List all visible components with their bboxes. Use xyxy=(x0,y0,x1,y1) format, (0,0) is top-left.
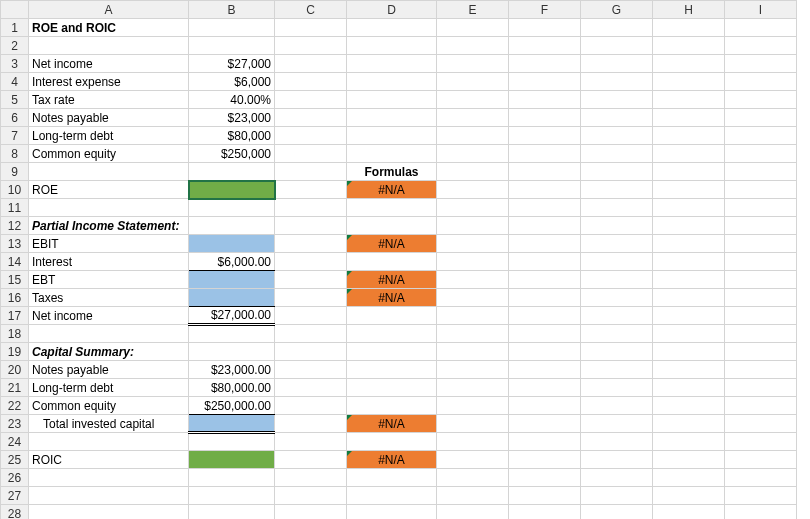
row-18: 18 xyxy=(1,325,797,343)
cell-A25[interactable]: ROIC xyxy=(29,451,189,469)
row-header-5[interactable]: 5 xyxy=(1,91,29,109)
cell-D13[interactable]: #N/A xyxy=(347,235,437,253)
cell-A19[interactable]: Capital Summary: xyxy=(29,343,189,361)
row-header-7[interactable]: 7 xyxy=(1,127,29,145)
cell-B15[interactable] xyxy=(189,271,275,289)
row-header-8[interactable]: 8 xyxy=(1,145,29,163)
row-13: 13 EBIT #N/A xyxy=(1,235,797,253)
cell-A6[interactable]: Notes payable xyxy=(29,109,189,127)
cell-D23[interactable]: #N/A xyxy=(347,415,437,433)
row-14: 14 Interest $6,000.00 xyxy=(1,253,797,271)
row-header-10[interactable]: 10 xyxy=(1,181,29,199)
cell-A3[interactable]: Net income xyxy=(29,55,189,73)
row-15: 15 EBT #N/A xyxy=(1,271,797,289)
cell-B10-active[interactable] xyxy=(189,181,275,199)
row-header-14[interactable]: 14 xyxy=(1,253,29,271)
row-28: 28 xyxy=(1,505,797,520)
row-header-16[interactable]: 16 xyxy=(1,289,29,307)
row-header-19[interactable]: 19 xyxy=(1,343,29,361)
cell-D9[interactable]: Formulas xyxy=(347,163,437,181)
row-header-3[interactable]: 3 xyxy=(1,55,29,73)
row-header-18[interactable]: 18 xyxy=(1,325,29,343)
cell-A12[interactable]: Partial Income Statement: xyxy=(29,217,189,235)
row-10: 10 ROE #N/A xyxy=(1,181,797,199)
cell-B7[interactable]: $80,000 xyxy=(189,127,275,145)
row-header-25[interactable]: 25 xyxy=(1,451,29,469)
cell-B14[interactable]: $6,000.00 xyxy=(189,253,275,271)
row-header-27[interactable]: 27 xyxy=(1,487,29,505)
row-header-15[interactable]: 15 xyxy=(1,271,29,289)
row-header-1[interactable]: 1 xyxy=(1,19,29,37)
row-25: 25 ROIC #N/A xyxy=(1,451,797,469)
cell-B6[interactable]: $23,000 xyxy=(189,109,275,127)
col-header-H[interactable]: H xyxy=(653,1,725,19)
cell-D15[interactable]: #N/A xyxy=(347,271,437,289)
row-2: 2 xyxy=(1,37,797,55)
cell-B16[interactable] xyxy=(189,289,275,307)
cell-B20[interactable]: $23,000.00 xyxy=(189,361,275,379)
cell-A21[interactable]: Long-term debt xyxy=(29,379,189,397)
cell-A16[interactable]: Taxes xyxy=(29,289,189,307)
cell-A1[interactable]: ROE and ROIC xyxy=(29,19,189,37)
row-header-17[interactable]: 17 xyxy=(1,307,29,325)
row-header-20[interactable]: 20 xyxy=(1,361,29,379)
row-header-28[interactable]: 28 xyxy=(1,505,29,520)
cell-B4[interactable]: $6,000 xyxy=(189,73,275,91)
cell-B23[interactable] xyxy=(189,415,275,433)
cell-A10[interactable]: ROE xyxy=(29,181,189,199)
col-header-I[interactable]: I xyxy=(725,1,797,19)
row-header-11[interactable]: 11 xyxy=(1,199,29,217)
cell-A4[interactable]: Interest expense xyxy=(29,73,189,91)
cell-A15[interactable]: EBT xyxy=(29,271,189,289)
row-header-6[interactable]: 6 xyxy=(1,109,29,127)
row-3: 3 Net income $27,000 xyxy=(1,55,797,73)
row-header-2[interactable]: 2 xyxy=(1,37,29,55)
col-header-D[interactable]: D xyxy=(347,1,437,19)
cell-D25[interactable]: #N/A xyxy=(347,451,437,469)
row-16: 16 Taxes #N/A xyxy=(1,289,797,307)
row-header-26[interactable]: 26 xyxy=(1,469,29,487)
cell-D16[interactable]: #N/A xyxy=(347,289,437,307)
cell-B17[interactable]: $27,000.00 xyxy=(189,307,275,325)
row-24: 24 xyxy=(1,433,797,451)
row-header-9[interactable]: 9 xyxy=(1,163,29,181)
row-header-4[interactable]: 4 xyxy=(1,73,29,91)
cell-A17[interactable]: Net income xyxy=(29,307,189,325)
col-header-B[interactable]: B xyxy=(189,1,275,19)
row-header-24[interactable]: 24 xyxy=(1,433,29,451)
row-5: 5 Tax rate 40.00% xyxy=(1,91,797,109)
select-all-corner[interactable] xyxy=(1,1,29,19)
row-header-12[interactable]: 12 xyxy=(1,217,29,235)
cell-A13[interactable]: EBIT xyxy=(29,235,189,253)
spreadsheet-grid[interactable]: A B C D E F G H I 1 ROE and ROIC 2 3 Net… xyxy=(0,0,797,519)
cell-A5[interactable]: Tax rate xyxy=(29,91,189,109)
cell-A22[interactable]: Common equity xyxy=(29,397,189,415)
col-header-C[interactable]: C xyxy=(275,1,347,19)
cell-A20[interactable]: Notes payable xyxy=(29,361,189,379)
row-7: 7 Long-term debt $80,000 xyxy=(1,127,797,145)
cell-B21[interactable]: $80,000.00 xyxy=(189,379,275,397)
row-header-22[interactable]: 22 xyxy=(1,397,29,415)
row-4: 4 Interest expense $6,000 xyxy=(1,73,797,91)
row-8: 8 Common equity $250,000 xyxy=(1,145,797,163)
cell-B3[interactable]: $27,000 xyxy=(189,55,275,73)
col-header-F[interactable]: F xyxy=(509,1,581,19)
col-header-G[interactable]: G xyxy=(581,1,653,19)
row-header-21[interactable]: 21 xyxy=(1,379,29,397)
row-19: 19 Capital Summary: xyxy=(1,343,797,361)
cell-A14[interactable]: Interest xyxy=(29,253,189,271)
cell-B5[interactable]: 40.00% xyxy=(189,91,275,109)
cell-B13[interactable] xyxy=(189,235,275,253)
cell-B1[interactable] xyxy=(189,19,275,37)
col-header-A[interactable]: A xyxy=(29,1,189,19)
cell-B8[interactable]: $250,000 xyxy=(189,145,275,163)
row-header-23[interactable]: 23 xyxy=(1,415,29,433)
cell-A8[interactable]: Common equity xyxy=(29,145,189,163)
row-header-13[interactable]: 13 xyxy=(1,235,29,253)
cell-B22[interactable]: $250,000.00 xyxy=(189,397,275,415)
cell-A23[interactable]: Total invested capital xyxy=(29,415,189,433)
cell-D10[interactable]: #N/A xyxy=(347,181,437,199)
cell-B25[interactable] xyxy=(189,451,275,469)
col-header-E[interactable]: E xyxy=(437,1,509,19)
cell-A7[interactable]: Long-term debt xyxy=(29,127,189,145)
